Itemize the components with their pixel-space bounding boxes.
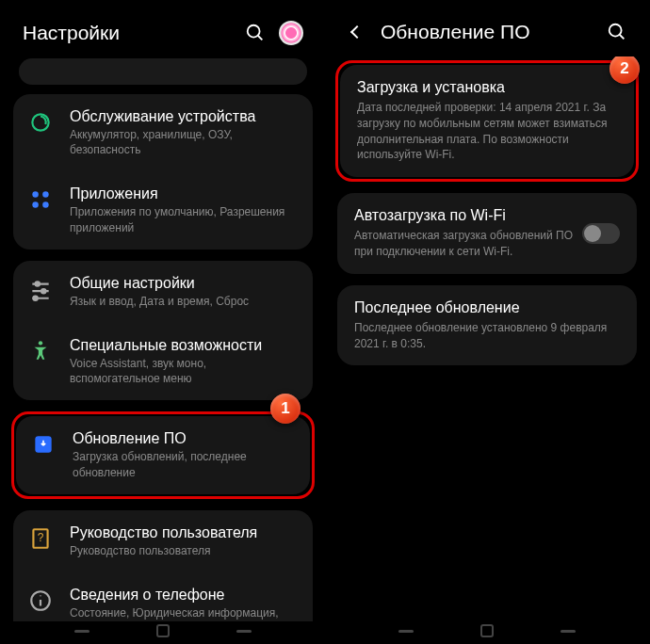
item-sub: Voice Assistant, звук моно, вспомогатель… — [70, 356, 298, 386]
home-icon[interactable] — [480, 624, 494, 637]
page-title: Настройки — [23, 22, 232, 44]
item-title: Сведения о телефоне — [70, 587, 298, 604]
item-auto-wifi[interactable]: Автозагрузка по Wi-Fi Автоматическая заг… — [337, 193, 637, 274]
recent-icon[interactable] — [398, 630, 414, 633]
collapsed-item[interactable] — [19, 58, 307, 85]
update-list: 2 Загрузка и установка Дата последней пр… — [328, 56, 646, 621]
home-icon[interactable] — [156, 624, 170, 637]
item-sub: Загрузка обновлений, последнее обновлени… — [73, 449, 295, 479]
step-badge-2: 2 — [609, 56, 640, 84]
settings-list: Обслуживание устройстваАккумулятор, хран… — [4, 58, 322, 621]
item-sub: Аккумулятор, хранилище, ОЗУ, безопасност… — [70, 127, 298, 157]
page-title: Обновление ПО — [381, 21, 593, 43]
card-title: Загрузка и установка — [357, 79, 617, 96]
care-icon — [28, 110, 53, 135]
item-title: Обслуживание устройства — [70, 108, 298, 125]
item-sub: Язык и ввод, Дата и время, Сброс — [70, 294, 298, 309]
item-last-update[interactable]: Последнее обновление Последнее обновлени… — [337, 285, 637, 366]
item-title: Специальные возможности — [70, 337, 298, 354]
item-software-update[interactable]: Обновление ПОЗагрузка обновлений, послед… — [16, 416, 310, 493]
item-apps[interactable]: ПриложенияПриложения по умолчанию, Разре… — [13, 171, 313, 249]
svg-point-0 — [248, 25, 260, 38]
settings-screen: Настройки Обслуживание устройстваАккумул… — [4, 4, 322, 640]
card-title: Автозагрузка по Wi-Fi — [354, 207, 582, 224]
info-icon — [28, 588, 53, 613]
svg-point-6 — [42, 202, 48, 209]
header: Обновление ПО — [328, 4, 646, 56]
navbar — [328, 621, 646, 640]
search-icon[interactable] — [607, 22, 627, 42]
svg-point-8 — [36, 282, 40, 285]
item-sub: Руководство пользователя — [70, 543, 298, 558]
item-title: Обновление ПО — [73, 430, 295, 447]
wifi-toggle[interactable] — [582, 223, 620, 244]
card-sub: Автоматическая загрузка обновлений ПО пр… — [354, 228, 582, 260]
accessibility-icon — [28, 339, 53, 363]
svg-point-12 — [33, 296, 37, 299]
header: Настройки — [4, 4, 322, 58]
highlight-1: 1 Обновление ПОЗагрузка обновлений, посл… — [11, 411, 315, 498]
card-sub: Дата последней проверки: 14 апреля 2021 … — [357, 100, 617, 163]
back-icon[interactable] — [236, 630, 252, 633]
card-sub: Последнее обновление установлено 9 февра… — [354, 320, 620, 352]
manual-icon: ? — [28, 526, 53, 551]
item-sub: Состояние, Юридическая информация, Имя т… — [70, 605, 298, 621]
item-title: Руководство пользователя — [70, 524, 298, 541]
svg-line-21 — [620, 35, 625, 40]
navbar — [4, 621, 322, 640]
card-title: Последнее обновление — [354, 299, 620, 316]
svg-point-3 — [32, 192, 39, 199]
svg-line-1 — [258, 36, 263, 40]
item-download-install[interactable]: Загрузка и установка Дата последней пров… — [340, 65, 634, 177]
avatar[interactable] — [279, 21, 303, 45]
back-icon[interactable] — [561, 630, 576, 633]
item-device-care[interactable]: Обслуживание устройстваАккумулятор, хран… — [13, 94, 313, 171]
item-title: Общие настройки — [70, 275, 298, 292]
item-sub: Приложения по умолчанию, Разрешения прил… — [70, 204, 298, 234]
svg-point-20 — [609, 24, 622, 37]
sliders-icon — [28, 277, 53, 301]
svg-point-4 — [42, 192, 48, 199]
highlight-2: 2 Загрузка и установка Дата последней пр… — [335, 60, 639, 182]
search-icon[interactable] — [245, 23, 266, 43]
item-title: Приложения — [70, 185, 298, 202]
apps-icon — [28, 187, 53, 212]
item-general[interactable]: Общие настройкиЯзык и ввод, Дата и время… — [13, 261, 313, 323]
update-icon — [31, 432, 56, 457]
svg-point-10 — [41, 289, 45, 293]
item-accessibility[interactable]: Специальные возможностиVoice Assistant, … — [13, 323, 313, 400]
item-about-phone[interactable]: Сведения о телефонеСостояние, Юридическа… — [13, 572, 313, 621]
svg-point-13 — [39, 341, 42, 345]
update-screen: Обновление ПО 2 Загрузка и установка Дат… — [328, 4, 646, 640]
back-button[interactable] — [347, 22, 367, 42]
recent-icon[interactable] — [74, 630, 89, 633]
item-manual[interactable]: ? Руководство пользователяРуководство по… — [13, 510, 313, 572]
svg-text:?: ? — [38, 531, 44, 544]
svg-point-5 — [32, 202, 39, 209]
